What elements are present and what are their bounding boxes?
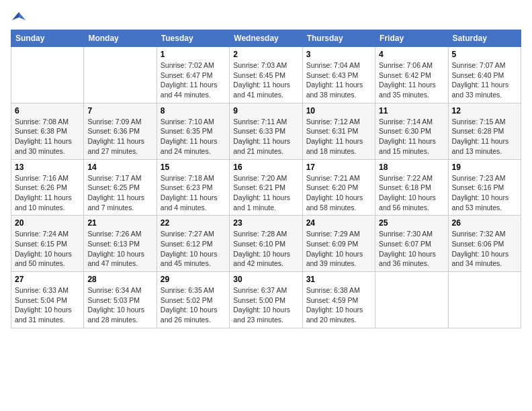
day-number: 14 — [87, 163, 152, 172]
calendar-week-row: 20Sunrise: 7:24 AM Sunset: 6:15 PM Dayli… — [11, 216, 521, 272]
day-number: 6 — [15, 106, 80, 116]
calendar-cell: 7Sunrise: 7:09 AM Sunset: 6:36 PM Daylig… — [84, 103, 157, 159]
calendar-week-row: 27Sunrise: 6:33 AM Sunset: 5:04 PM Dayli… — [11, 272, 521, 328]
calendar-cell — [375, 272, 448, 328]
day-info: Sunrise: 7:12 AM Sunset: 6:31 PM Dayligh… — [306, 117, 371, 156]
day-info: Sunrise: 6:37 AM Sunset: 5:00 PM Dayligh… — [233, 285, 298, 325]
calendar-cell: 28Sunrise: 6:34 AM Sunset: 5:03 PM Dayli… — [84, 272, 157, 328]
calendar-cell: 21Sunrise: 7:26 AM Sunset: 6:13 PM Dayli… — [84, 216, 157, 272]
day-info: Sunrise: 7:18 AM Sunset: 6:23 PM Dayligh… — [161, 173, 226, 213]
calendar-cell: 15Sunrise: 7:18 AM Sunset: 6:23 PM Dayli… — [157, 159, 229, 216]
day-info: Sunrise: 7:16 AM Sunset: 6:26 PM Dayligh… — [15, 173, 80, 213]
day-info: Sunrise: 6:34 AM Sunset: 5:03 PM Dayligh… — [87, 285, 152, 325]
weekday-header-friday: Friday — [375, 30, 448, 47]
day-info: Sunrise: 7:29 AM Sunset: 6:09 PM Dayligh… — [306, 229, 371, 269]
calendar-cell — [84, 47, 157, 103]
day-info: Sunrise: 7:24 AM Sunset: 6:15 PM Dayligh… — [15, 229, 80, 269]
calendar-cell: 23Sunrise: 7:28 AM Sunset: 6:10 PM Dayli… — [230, 216, 302, 272]
day-number: 15 — [161, 163, 226, 172]
calendar-cell: 30Sunrise: 6:37 AM Sunset: 5:00 PM Dayli… — [230, 272, 302, 328]
day-info: Sunrise: 6:33 AM Sunset: 5:04 PM Dayligh… — [15, 285, 80, 325]
calendar-cell: 25Sunrise: 7:30 AM Sunset: 6:07 PM Dayli… — [375, 216, 448, 272]
day-number: 16 — [233, 163, 298, 172]
day-number: 22 — [161, 218, 226, 228]
calendar-cell: 16Sunrise: 7:20 AM Sunset: 6:21 PM Dayli… — [230, 159, 302, 216]
calendar-table: SundayMondayTuesdayWednesdayThursdayFrid… — [11, 30, 521, 328]
calendar-cell: 17Sunrise: 7:21 AM Sunset: 6:20 PM Dayli… — [302, 159, 375, 216]
day-number: 3 — [306, 50, 371, 59]
day-info: Sunrise: 6:38 AM Sunset: 4:59 PM Dayligh… — [306, 285, 371, 325]
day-number: 20 — [15, 218, 80, 228]
day-number: 19 — [452, 163, 517, 172]
calendar-cell: 20Sunrise: 7:24 AM Sunset: 6:15 PM Dayli… — [11, 216, 84, 272]
calendar-header-row: SundayMondayTuesdayWednesdayThursdayFrid… — [11, 30, 521, 47]
calendar-cell: 31Sunrise: 6:38 AM Sunset: 4:59 PM Dayli… — [302, 272, 375, 328]
day-info: Sunrise: 7:20 AM Sunset: 6:21 PM Dayligh… — [233, 173, 298, 213]
day-info: Sunrise: 7:23 AM Sunset: 6:16 PM Dayligh… — [452, 173, 517, 213]
calendar-cell: 2Sunrise: 7:03 AM Sunset: 6:45 PM Daylig… — [230, 47, 302, 103]
calendar-cell: 12Sunrise: 7:15 AM Sunset: 6:28 PM Dayli… — [448, 103, 521, 159]
weekday-header-sunday: Sunday — [11, 30, 84, 47]
day-info: Sunrise: 7:26 AM Sunset: 6:13 PM Dayligh… — [87, 229, 152, 269]
day-number: 11 — [379, 106, 444, 116]
calendar-cell: 4Sunrise: 7:06 AM Sunset: 6:42 PM Daylig… — [375, 47, 448, 103]
day-number: 23 — [233, 218, 298, 228]
day-number: 24 — [306, 218, 371, 228]
calendar-cell — [448, 272, 521, 328]
calendar-cell: 24Sunrise: 7:29 AM Sunset: 6:09 PM Dayli… — [302, 216, 375, 272]
day-number: 1 — [161, 50, 226, 59]
day-number: 4 — [379, 50, 444, 59]
day-number: 12 — [452, 106, 517, 116]
weekday-header-thursday: Thursday — [302, 30, 375, 47]
page-header — [11, 11, 521, 23]
calendar-week-row: 1Sunrise: 7:02 AM Sunset: 6:47 PM Daylig… — [11, 47, 521, 103]
day-info: Sunrise: 7:06 AM Sunset: 6:42 PM Dayligh… — [379, 60, 444, 100]
day-info: Sunrise: 7:07 AM Sunset: 6:40 PM Dayligh… — [452, 60, 517, 100]
calendar-cell: 11Sunrise: 7:14 AM Sunset: 6:30 PM Dayli… — [375, 103, 448, 159]
day-info: Sunrise: 7:28 AM Sunset: 6:10 PM Dayligh… — [233, 229, 298, 269]
day-number: 29 — [161, 275, 226, 284]
calendar-cell: 3Sunrise: 7:04 AM Sunset: 6:43 PM Daylig… — [302, 47, 375, 103]
svg-marker-1 — [12, 12, 19, 20]
day-info: Sunrise: 7:04 AM Sunset: 6:43 PM Dayligh… — [306, 60, 371, 100]
weekday-header-monday: Monday — [84, 30, 157, 47]
svg-marker-0 — [19, 12, 26, 20]
day-info: Sunrise: 7:15 AM Sunset: 6:28 PM Dayligh… — [452, 117, 517, 156]
calendar-cell: 22Sunrise: 7:27 AM Sunset: 6:12 PM Dayli… — [157, 216, 229, 272]
day-info: Sunrise: 7:27 AM Sunset: 6:12 PM Dayligh… — [161, 229, 226, 269]
calendar-week-row: 6Sunrise: 7:08 AM Sunset: 6:38 PM Daylig… — [11, 103, 521, 159]
calendar-cell: 29Sunrise: 6:35 AM Sunset: 5:02 PM Dayli… — [157, 272, 229, 328]
day-number: 26 — [452, 218, 517, 228]
day-info: Sunrise: 7:21 AM Sunset: 6:20 PM Dayligh… — [306, 173, 371, 213]
weekday-header-tuesday: Tuesday — [157, 30, 229, 47]
calendar-cell: 1Sunrise: 7:02 AM Sunset: 6:47 PM Daylig… — [157, 47, 229, 103]
day-info: Sunrise: 7:03 AM Sunset: 6:45 PM Dayligh… — [233, 60, 298, 100]
calendar-cell: 14Sunrise: 7:17 AM Sunset: 6:25 PM Dayli… — [84, 159, 157, 216]
day-info: Sunrise: 6:35 AM Sunset: 5:02 PM Dayligh… — [161, 285, 226, 325]
day-number: 5 — [452, 50, 517, 59]
day-number: 27 — [15, 275, 80, 284]
day-info: Sunrise: 7:22 AM Sunset: 6:18 PM Dayligh… — [379, 173, 444, 213]
logo — [11, 11, 26, 23]
day-number: 2 — [233, 50, 298, 59]
day-info: Sunrise: 7:10 AM Sunset: 6:35 PM Dayligh… — [161, 117, 226, 156]
day-number: 18 — [379, 163, 444, 172]
day-info: Sunrise: 7:30 AM Sunset: 6:07 PM Dayligh… — [379, 229, 444, 269]
calendar-cell: 6Sunrise: 7:08 AM Sunset: 6:38 PM Daylig… — [11, 103, 84, 159]
day-number: 21 — [87, 218, 152, 228]
day-number: 13 — [15, 163, 80, 172]
day-number: 28 — [87, 275, 152, 284]
calendar-cell: 27Sunrise: 6:33 AM Sunset: 5:04 PM Dayli… — [11, 272, 84, 328]
calendar-cell: 5Sunrise: 7:07 AM Sunset: 6:40 PM Daylig… — [448, 47, 521, 103]
calendar-cell: 9Sunrise: 7:11 AM Sunset: 6:33 PM Daylig… — [230, 103, 302, 159]
day-number: 30 — [233, 275, 298, 284]
calendar-week-row: 13Sunrise: 7:16 AM Sunset: 6:26 PM Dayli… — [11, 159, 521, 216]
day-number: 31 — [306, 275, 371, 284]
calendar-cell: 8Sunrise: 7:10 AM Sunset: 6:35 PM Daylig… — [157, 103, 229, 159]
day-info: Sunrise: 7:17 AM Sunset: 6:25 PM Dayligh… — [87, 173, 152, 213]
day-number: 17 — [306, 163, 371, 172]
day-number: 8 — [161, 106, 226, 116]
day-info: Sunrise: 7:32 AM Sunset: 6:06 PM Dayligh… — [452, 229, 517, 269]
weekday-header-saturday: Saturday — [448, 30, 521, 47]
day-number: 9 — [233, 106, 298, 116]
